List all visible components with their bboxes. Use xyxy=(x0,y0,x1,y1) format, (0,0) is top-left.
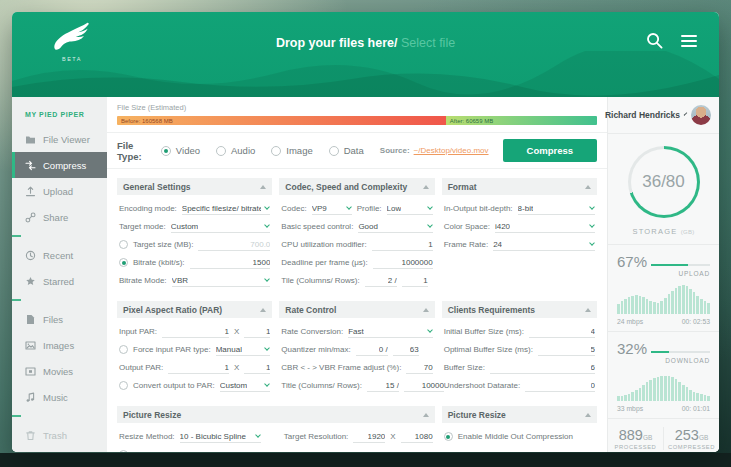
panel-header[interactable]: Clients Requirements xyxy=(442,301,597,318)
panel-header[interactable]: Picture Resize xyxy=(442,406,597,423)
compress-button[interactable]: Compress xyxy=(503,139,597,162)
tile-rows-input[interactable]: 1 xyxy=(402,274,428,287)
title-rows-input[interactable]: 10000 xyxy=(404,379,444,392)
sidebar-item-file-viewer[interactable]: File Viewer xyxy=(12,126,107,152)
collapse-icon[interactable] xyxy=(260,308,266,312)
field-bitrate: Bitrate (kbit/s): 1500 xyxy=(117,255,272,270)
radio-audio[interactable] xyxy=(216,146,226,156)
quantizer-min-input[interactable]: 0 / xyxy=(356,343,388,356)
user-menu[interactable]: Richard Hendricks xyxy=(608,97,719,134)
collapse-icon[interactable] xyxy=(260,185,266,189)
optimal-buffer-input[interactable]: 5 xyxy=(538,343,595,356)
sidebar-item-movies[interactable]: Movies xyxy=(12,358,107,384)
target-size-input[interactable]: 700.0 xyxy=(198,238,270,251)
radio-convert-par[interactable] xyxy=(119,381,128,390)
input-par-y-input[interactable]: 1 xyxy=(244,325,270,338)
bitrate-input[interactable]: 1500 xyxy=(190,256,271,269)
codec-select[interactable]: VP9 xyxy=(312,202,352,215)
encoding-mode-select[interactable]: Specific filesize/ bitrate xyxy=(182,202,271,215)
image-icon xyxy=(25,340,36,351)
radio-bitrate[interactable] xyxy=(119,258,128,267)
file-type-option-audio[interactable]: Audio xyxy=(216,145,255,156)
select-file-link[interactable]: Select file xyxy=(401,36,455,50)
panel-rate-control: Rate Control Rate Conversion: Fast Quant… xyxy=(279,301,434,396)
radio-force-par[interactable] xyxy=(119,345,128,354)
cbr-vbr-input[interactable]: 70 xyxy=(406,361,432,374)
field-undershoot: Undershoot Datarate: 0 xyxy=(442,378,597,393)
sidebar-item-compress[interactable]: Compress xyxy=(12,152,107,178)
drop-zone[interactable]: Drop your files here/ Select file xyxy=(12,36,719,50)
collapse-icon[interactable] xyxy=(585,308,591,312)
collapse-icon[interactable] xyxy=(423,185,429,189)
search-icon[interactable] xyxy=(646,32,663,49)
panel-header[interactable]: Pixel Aspect Ratio (PAR) xyxy=(117,301,272,318)
file-type-option-image[interactable]: Image xyxy=(271,145,312,156)
radio-middle-out[interactable] xyxy=(444,432,453,441)
panel-header[interactable]: Rate Control xyxy=(279,301,434,318)
sidebar-item-share[interactable]: Share xyxy=(12,204,107,230)
bitrate-mode-select[interactable]: VBR xyxy=(172,274,271,287)
collapse-icon[interactable] xyxy=(585,185,591,189)
target-mode-select[interactable]: Custom xyxy=(171,220,271,233)
profile-select[interactable]: Low xyxy=(387,202,433,215)
radio-auto-adjust[interactable] xyxy=(119,450,128,452)
input-par-x-input[interactable]: 1 xyxy=(162,325,229,338)
sidebar-item-recent[interactable]: Recent xyxy=(12,242,107,268)
file-type-option-data[interactable]: Data xyxy=(329,145,364,156)
cpu-modifier-input[interactable]: 1 xyxy=(372,238,433,251)
color-space-select[interactable]: i420 xyxy=(495,220,595,233)
panel-header[interactable]: Picture Resize xyxy=(117,406,435,423)
field-output-par: Output PAR: 1 X 1 xyxy=(117,360,272,375)
clock-icon xyxy=(25,250,36,261)
avatar[interactable] xyxy=(691,105,711,125)
radio-data[interactable] xyxy=(329,146,339,156)
rate-conversion-select[interactable]: Fast xyxy=(348,325,433,338)
compressed-total: 253GB COMPRESSED xyxy=(664,427,719,450)
initial-buffer-input[interactable]: 4 xyxy=(529,325,595,338)
menu-icon[interactable] xyxy=(681,35,697,47)
left-sidebar: MY PIED PIPER File Viewer Compress Uploa… xyxy=(12,97,107,452)
sidebar-item-images[interactable]: Images xyxy=(12,332,107,358)
collapse-icon[interactable] xyxy=(585,413,591,417)
panel-header[interactable]: General Settings xyxy=(117,178,272,195)
radio-image[interactable] xyxy=(271,146,281,156)
sidebar-item-trash[interactable]: Trash xyxy=(12,422,107,448)
title-columns-input[interactable]: 15 / xyxy=(367,379,399,392)
sidebar-item-music[interactable]: Music xyxy=(12,384,107,410)
field-encoding-mode: Encoding mode: Specific filesize/ bitrat… xyxy=(117,201,272,216)
target-width-input[interactable]: 1920 xyxy=(353,430,385,443)
storage-label: STORAGE (GB) xyxy=(608,227,719,236)
bit-depth-select[interactable]: 8-bit xyxy=(518,202,595,215)
chevron-down-icon[interactable] xyxy=(684,112,688,116)
mod-select[interactable]: 8 xyxy=(277,448,301,452)
sidebar-item-upload[interactable]: Upload xyxy=(12,178,107,204)
resize-method-select[interactable]: 10 - Bicubic Spline xyxy=(180,430,261,443)
target-height-input[interactable]: 1080 xyxy=(401,430,433,443)
sidebar-item-starred[interactable]: Starred xyxy=(12,268,107,294)
panel-header[interactable]: Format xyxy=(442,178,597,195)
tile-columns-input[interactable]: 2 / xyxy=(365,274,397,287)
collapse-icon[interactable] xyxy=(423,413,429,417)
output-par-y-input[interactable]: 1 xyxy=(244,361,270,374)
collapse-icon[interactable] xyxy=(423,308,429,312)
output-par-x-input[interactable]: 1 xyxy=(168,361,229,374)
panel-header[interactable]: Codec, Speed and Complexity xyxy=(279,178,434,195)
quantizer-max-input[interactable]: 63 xyxy=(393,343,419,356)
undershoot-input[interactable]: 0 xyxy=(525,379,595,392)
field-tile: Tile (Columns/ Rows): 2 / 1 xyxy=(279,273,434,288)
field-buffer-size: Buffer Size: 6 xyxy=(442,360,597,375)
auto-adjust-dimension-select[interactable]: Height xyxy=(197,448,243,452)
radio-target-size[interactable] xyxy=(119,240,128,249)
file-type-option-video[interactable]: Video xyxy=(161,145,200,156)
convert-par-select[interactable]: Custom xyxy=(220,379,271,392)
sidebar-item-files[interactable]: Files xyxy=(12,306,107,332)
panel-format: Format In-Output bit-depth: 8-bit Color … xyxy=(442,178,597,291)
buffer-size-input[interactable]: 6 xyxy=(490,361,595,374)
deadline-input[interactable]: 1000000 xyxy=(373,256,433,269)
radio-video[interactable] xyxy=(161,146,171,156)
source-file-link[interactable]: ~/Desktop/video.mov xyxy=(414,146,489,155)
speed-control-select[interactable]: Good xyxy=(358,220,432,233)
field-cbr-vbr: CBR < - > VBR Frame adjust (%): 70 xyxy=(279,360,434,375)
frame-rate-select[interactable]: 24 xyxy=(493,238,595,251)
force-par-select[interactable]: Manual xyxy=(216,343,271,356)
